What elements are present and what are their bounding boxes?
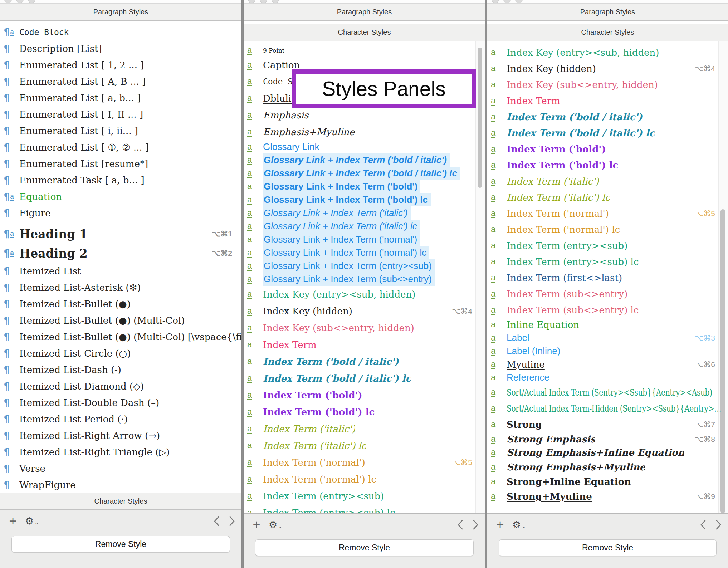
traffic-light-close-icon[interactable] [492,0,499,3]
style-list-item[interactable]: ¶Itemized List-Diamond (◇) [0,378,241,395]
style-list-item[interactable]: ¶aCode Block [0,24,241,40]
style-list-item[interactable]: aIndex Term ('bold') [244,387,485,403]
traffic-light-zoom-icon[interactable] [28,0,35,3]
style-list-item[interactable]: ¶Itemized List [0,263,241,279]
style-list-item[interactable]: aGlossary Link + Index Term ('bold / ita… [244,167,485,180]
character-styles-collapsed-header[interactable]: Character Styles [0,493,241,510]
style-list-item[interactable]: ¶Itemized List-Period (·) [0,411,241,427]
paragraph-styles-collapsed-header[interactable]: Paragraph Styles [487,3,728,21]
style-list-item[interactable]: aIndex Term [487,93,728,109]
style-list-item[interactable]: ¶Enumerated Task [ a, b... ] [0,172,241,188]
style-list-item[interactable]: aStrong+Inline Equation [487,475,728,488]
style-list-item[interactable]: aGlossary Link + Index Term (entry><sub) [244,259,485,273]
style-list-item[interactable]: aGlossary Link + Index Term ('bold') lc [244,193,485,206]
style-list-item[interactable]: aGlossary Link + Index Term ('normal') l… [244,246,485,259]
add-style-button[interactable]: + [250,517,263,532]
style-list-item[interactable]: aEmphasis+Myuline [244,123,485,140]
style-list-item[interactable]: aGlossary Link [244,140,485,153]
style-list-item[interactable]: ¶Itemized List-Bullet (●) [0,296,241,312]
style-list-item[interactable]: aIndex Term ('italic') lc [244,437,485,454]
style-list-item[interactable]: aSort/Actual Index Term (Sentry><Ssub}{A… [487,384,728,400]
style-list-item[interactable]: ¶Itemized List-Double Dash (–) [0,395,241,411]
style-list-item[interactable]: aGlossary Link + Index Term ('bold / ita… [244,153,485,167]
remove-style-button[interactable]: Remove Style [255,539,474,556]
style-list-item[interactable]: aIndex Term ('bold / italic') [244,353,485,370]
style-list-item[interactable]: ¶Itemized List-Right Triangle (▷) [0,444,241,460]
gear-menu-button[interactable]: ⚙⌄ [269,519,283,530]
gear-menu-button[interactable]: ⚙⌄ [512,519,526,530]
style-list-item[interactable]: aIndex Key (sub<>entry, hidden) [244,319,485,336]
style-list-item[interactable]: aIndex Term (entry><sub) lc [244,504,485,513]
style-list-item[interactable]: ¶WrapFigure [0,477,241,493]
style-list-item[interactable]: ¶aHeading 2⌥⌘2 [0,244,241,263]
style-list-item[interactable]: ¶Itemized List-Right Arrow (→) [0,427,241,444]
style-list-item[interactable]: aIndex Term ('normal') lc [487,221,728,238]
style-list-item[interactable]: aIndex Key (entry><sub, hidden) [487,44,728,60]
style-list-item[interactable]: a9 Point [244,44,485,57]
forward-chevron-button[interactable] [715,519,722,530]
style-list-item[interactable]: aIndex Term (first<>last) [487,270,728,286]
style-list-item[interactable]: aIndex Term (entry><sub) [487,238,728,254]
scrollbar-track[interactable] [718,41,728,513]
paragraph-styles-collapsed-header[interactable]: Paragraph Styles [244,3,485,21]
style-list-item[interactable]: ¶Enumerated List [ 1, 2 ... ] [0,57,241,73]
style-list-item[interactable]: ¶Itemized List-Circle (○) [0,345,241,362]
style-list-item[interactable]: aIndex Key (hidden)⌥⌘4 [487,60,728,77]
style-list-item[interactable]: aGlossary Link + Index Term ('italic') l… [244,220,485,233]
style-list-item[interactable]: aIndex Term (sub<>entry) [487,286,728,302]
add-style-button[interactable]: + [6,514,19,529]
style-list-item[interactable]: aIndex Term (entry><sub) [244,488,485,504]
style-list-item[interactable]: ¶Itemized List-Bullet (●) (Multi-Col) [0,312,241,329]
style-list-item[interactable]: ¶Figure [0,205,241,221]
style-list-item[interactable]: aIndex Term ('normal') lc [244,471,485,488]
style-list-item[interactable]: aIndex Term ('bold') lc [487,157,728,173]
style-list-item[interactable]: aIndex Term ('bold / italic') lc [244,370,485,387]
back-chevron-button[interactable] [214,516,220,527]
traffic-light-minimize-icon[interactable] [260,0,267,3]
style-list-item[interactable]: aIndex Term ('bold') lc [244,403,485,420]
style-list-item[interactable]: aIndex Term ('italic') lc [487,189,728,205]
style-list-item[interactable]: aEmphasis [244,107,485,123]
style-list-item[interactable]: aGlossary Link + Index Term (sub<>entry) [244,273,485,286]
style-list-item[interactable]: aGlossary Link + Index Term ('italic') [244,206,485,220]
style-list-item[interactable]: ¶Enumerated List [ ①, ② ... ] [0,139,241,156]
style-list-item[interactable]: ¶Itemized List-Dash (-) [0,362,241,378]
style-list-item[interactable]: aIndex Term (sub<>entry) lc [487,302,728,318]
traffic-light-close-icon[interactable] [248,0,255,3]
style-list-item[interactable]: ¶Enumerated List [ a, b... ] [0,90,241,106]
scrollbar-track[interactable] [475,41,485,513]
back-chevron-button[interactable] [457,519,463,530]
style-list-item[interactable]: aIndex Key (hidden)⌥⌘4 [244,303,485,319]
add-style-button[interactable]: + [494,517,507,532]
forward-chevron-button[interactable] [473,519,479,530]
traffic-light-close-icon[interactable] [4,0,12,3]
style-list-item[interactable]: ¶Verse [0,460,241,477]
style-list-item[interactable]: ¶Enumerated List [ A, B ... ] [0,73,241,90]
style-list-item[interactable]: aMyuline⌥⌘6 [487,358,728,371]
style-list-item[interactable]: aIndex Term (entry><sub) lc [487,254,728,270]
style-list-item[interactable]: ¶aEquation [0,188,241,205]
style-list-item[interactable]: aLabel (Inline) [487,344,728,358]
remove-style-button[interactable]: Remove Style [499,539,717,556]
style-list-item[interactable]: aIndex Term ('normal')⌥⌘5 [244,454,485,471]
style-list-item[interactable]: aSort/Actual Index Term-Hidden (Sentry><… [487,400,728,416]
traffic-light-minimize-icon[interactable] [16,0,24,3]
forward-chevron-button[interactable] [229,516,235,527]
scrollbar-thumb[interactable] [720,209,725,513]
style-list-item[interactable]: aIndex Term ('bold / italic') lc [487,125,728,141]
scrollbar-thumb[interactable] [478,48,482,188]
style-list-item[interactable]: aStrong Emphasis⌥⌘8 [487,432,728,446]
style-list-item[interactable]: aStrong Emphasis+Myuline [487,459,728,475]
style-list-item[interactable]: aStrong Emphasis+Inline Equation [487,446,728,459]
style-list-item[interactable]: aIndex Term [244,336,485,353]
style-list-item[interactable]: ¶Itemized List-Bullet (●) (Multi-Col) [\… [0,329,241,345]
style-list-item[interactable]: aReference [487,371,728,384]
character-styles-header[interactable]: Character Styles [244,24,485,41]
style-list-item[interactable]: ¶Enumerated List [ I, II ... ] [0,106,241,123]
traffic-light-zoom-icon[interactable] [515,0,523,3]
style-list-item[interactable]: aStrong⌥⌘7 [487,416,728,432]
back-chevron-button[interactable] [700,519,706,530]
style-list-item[interactable]: ¶Enumerated List [resume*] [0,156,241,172]
style-list-item[interactable]: aInline Equation [487,318,728,331]
traffic-light-minimize-icon[interactable] [503,0,511,3]
